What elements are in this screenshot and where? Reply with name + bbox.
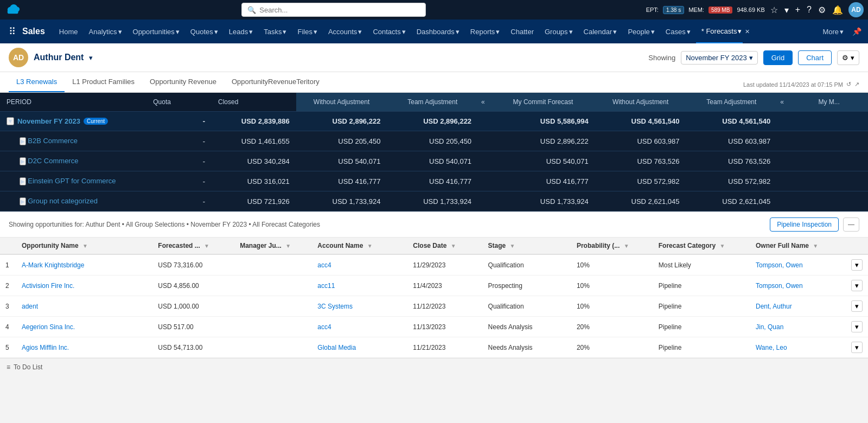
arrow-left-2[interactable]: «: [779, 97, 785, 107]
refresh-icon[interactable]: ↺: [846, 81, 851, 88]
collapse-opp-button[interactable]: —: [843, 217, 859, 232]
pipeline-inspection-button[interactable]: Pipeline Inspection: [770, 217, 839, 232]
nav-item-home[interactable]: Home: [54, 20, 84, 43]
avatar[interactable]: AD: [848, 2, 864, 17]
grid-view-button[interactable]: Grid: [763, 50, 793, 65]
nav-item-dashboards[interactable]: Dashboards ▾: [411, 20, 465, 43]
opp-name-link[interactable]: Aegerion Sina Inc.: [22, 323, 75, 331]
row-expand-button[interactable]: ▾: [851, 259, 863, 271]
setup-button[interactable]: ⚙: [817, 4, 827, 16]
account-link[interactable]: acc11: [317, 282, 335, 290]
th-stage[interactable]: Stage ▼: [483, 238, 571, 254]
row-expand-button[interactable]: ▾: [851, 280, 863, 291]
th-forecast-category[interactable]: Forecast Category ▼: [653, 238, 750, 254]
th-close-date[interactable]: Close Date ▼: [407, 238, 482, 254]
settings-button[interactable]: ⚙ ▾: [837, 50, 859, 65]
nav-item-chatter[interactable]: Chatter: [505, 20, 539, 43]
period-name-link[interactable]: November FY 2023: [17, 117, 80, 125]
todo-list-button[interactable]: ≡ To Do List: [7, 363, 42, 371]
tab-opportunity-revenue[interactable]: Opportunity Revenue: [142, 72, 224, 92]
row-expand-button[interactable]: ▾: [851, 342, 863, 353]
nav-item-analytics[interactable]: Analytics ▾: [84, 20, 127, 43]
period-team-adj2: USD 4,561,540: [686, 112, 777, 131]
owner-link[interactable]: Wane, Leo: [756, 344, 787, 351]
th-manager-ju[interactable]: Manager Ju... ▼: [234, 238, 312, 254]
row-expand[interactable]: ▾: [846, 254, 868, 275]
nav-item-opportunities[interactable]: Opportunities ▾: [127, 20, 185, 43]
owner-link[interactable]: Jin, Quan: [756, 323, 783, 331]
einstein-quota: -: [146, 171, 212, 191]
expand-d2c-button[interactable]: ▶: [20, 157, 26, 165]
salesforce-logo[interactable]: [4, 1, 22, 18]
expand-einstein-button[interactable]: ▶: [20, 177, 26, 185]
forecasts-tab-close[interactable]: ✕: [743, 27, 752, 36]
stage-cell: Needs Analysis: [483, 317, 571, 337]
row-expand[interactable]: ▾: [846, 275, 868, 296]
account-link[interactable]: acc4: [317, 261, 331, 269]
nav-item-cases[interactable]: Cases ▾: [660, 20, 696, 43]
nav-item-contacts[interactable]: Contacts ▾: [367, 20, 411, 43]
th-row-num: [0, 238, 16, 254]
add-button[interactable]: +: [794, 4, 801, 16]
nav-item-forecasts[interactable]: * Forecasts ▾: [696, 20, 743, 43]
period-mycommit: USD 5,586,994: [491, 112, 595, 131]
row-expand[interactable]: ▾: [846, 317, 868, 337]
row-expand-button[interactable]: ▾: [851, 321, 863, 332]
arrow-left-1[interactable]: «: [480, 97, 486, 107]
opp-name-link[interactable]: adent: [22, 303, 38, 310]
row-expand[interactable]: ▾: [846, 337, 868, 358]
nav-item-leads[interactable]: Leads ▾: [224, 20, 258, 43]
nav-item-calendar[interactable]: Calendar ▾: [578, 20, 623, 43]
nav-pin-button[interactable]: 📌: [850, 25, 864, 38]
expand-gnc-button[interactable]: ▶: [20, 197, 26, 206]
nav-item-groups[interactable]: Groups ▾: [539, 20, 578, 43]
opp-name-link[interactable]: Agios Mifflin Inc.: [22, 344, 69, 351]
bell-button[interactable]: 🔔: [831, 4, 844, 16]
collapse-button[interactable]: ▼: [7, 117, 14, 125]
th-opp-name[interactable]: Opportunity Name ▼: [16, 238, 152, 254]
opp-filter-text: Showing opportunities for: Authur Dent •…: [9, 221, 320, 228]
nav-item-reports[interactable]: Reports ▾: [465, 20, 506, 43]
period-wo-adj2: USD 4,561,540: [595, 112, 686, 131]
search-input[interactable]: [259, 6, 420, 14]
account-link[interactable]: Global Media: [317, 344, 356, 351]
nav-brand: Sales: [20, 27, 54, 36]
row-expand-button[interactable]: ▾: [851, 300, 863, 312]
nav-item-quotes[interactable]: Quotes ▾: [185, 20, 224, 43]
account-link[interactable]: acc4: [317, 323, 331, 331]
tab-l3-renewals[interactable]: L3 Renewals: [9, 72, 65, 92]
th-forecasted[interactable]: Forecasted ... ▼: [152, 238, 234, 254]
owner-link[interactable]: Tompson, Owen: [756, 282, 803, 290]
nav-item-files[interactable]: Files ▾: [292, 20, 322, 43]
nav-item-accounts[interactable]: Accounts ▾: [323, 20, 367, 43]
opp-name-link[interactable]: Activision Fire Inc.: [22, 282, 74, 290]
user-dropdown-icon[interactable]: ▾: [89, 54, 93, 62]
th-account-name[interactable]: Account Name ▼: [312, 238, 407, 254]
row-expand[interactable]: ▾: [846, 296, 868, 317]
einstein-link[interactable]: Einstein GPT for Commerce: [28, 177, 116, 185]
account-link[interactable]: 3C Systems: [317, 303, 353, 310]
tab-l1-product-families[interactable]: L1 Product Families: [65, 72, 142, 92]
chart-view-button[interactable]: Chart: [798, 50, 832, 65]
owner-link[interactable]: Dent, Authur: [756, 303, 792, 310]
star-button[interactable]: ☆: [769, 4, 779, 16]
owner-link[interactable]: Tompson, Owen: [756, 261, 803, 269]
tab-opportunity-revenue-territory[interactable]: OpportunityRevenueTeritory: [224, 72, 327, 92]
period-select[interactable]: November FY 2023 ▾: [681, 51, 758, 65]
nav-item-tasks[interactable]: Tasks ▾: [258, 20, 292, 43]
app-launcher-button[interactable]: ⠿: [4, 23, 20, 40]
help-button[interactable]: ?: [806, 4, 813, 16]
mem-value: 589 MB: [709, 7, 732, 14]
gnc-link[interactable]: Group not categorized: [28, 197, 98, 205]
expand-b2b-button[interactable]: ▶: [20, 137, 26, 145]
b2b-link[interactable]: B2B Commerce: [28, 137, 78, 145]
th-owner-full-name[interactable]: Owner Full Name ▼: [750, 238, 846, 254]
nav-more-button[interactable]: More ▾: [818, 28, 848, 36]
d2c-link[interactable]: D2C Commerce: [28, 157, 78, 165]
close-date-cell: 11/21/2023: [407, 337, 482, 358]
nav-item-people[interactable]: People ▾: [622, 20, 660, 43]
th-probability[interactable]: Probability (... ▼: [571, 238, 653, 254]
opp-name-link[interactable]: A-Mark Knightsbridge: [22, 261, 84, 269]
dropdown-button[interactable]: ▾: [783, 4, 790, 16]
external-link-icon[interactable]: ↗: [854, 81, 859, 88]
